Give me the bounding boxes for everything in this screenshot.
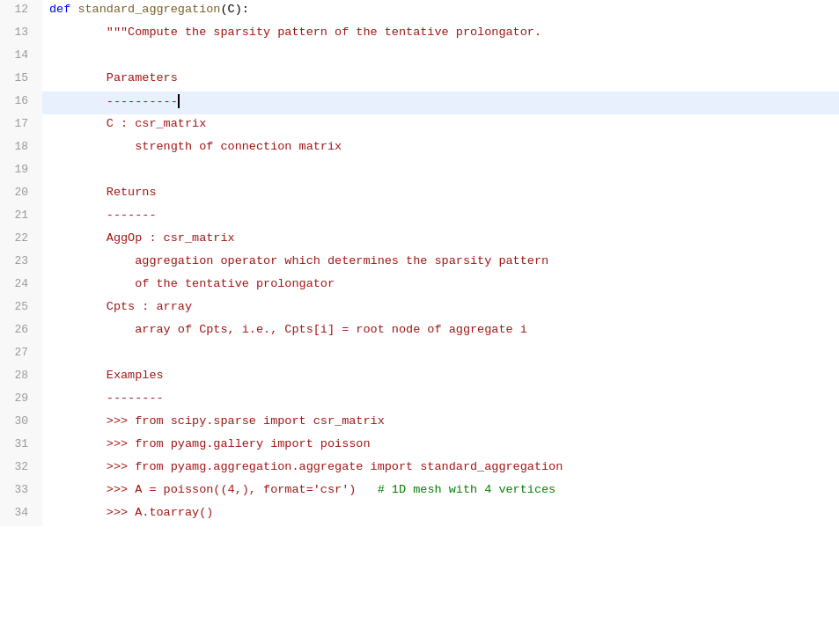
code-line: 27 xyxy=(0,343,839,366)
token-kw-string: array of Cpts, i.e., Cpts[i] = root node… xyxy=(49,323,527,336)
token-kw-string: -------- xyxy=(49,392,164,405)
code-line: 21 ------- xyxy=(0,206,839,229)
code-line: 28 Examples xyxy=(0,366,839,389)
code-line: 20 Returns xyxy=(0,183,839,206)
code-line: 26 array of Cpts, i.e., Cpts[i] = root n… xyxy=(0,320,839,343)
line-content: """Compute the sparsity pattern of the t… xyxy=(42,23,839,46)
code-line: 23 aggregation operator which determines… xyxy=(0,252,839,274)
code-line: 12def standard_aggregation(C): xyxy=(0,0,839,23)
token-kw-operator: (C): xyxy=(220,3,248,16)
code-line: 13 """Compute the sparsity pattern of th… xyxy=(0,23,839,46)
code-line: 24 of the tentative prolongator xyxy=(0,274,839,297)
line-number: 12 xyxy=(0,0,42,23)
line-number: 19 xyxy=(0,160,42,183)
token-kw-string: strength of connection matrix xyxy=(49,140,342,153)
token-kw-string: C : csr_matrix xyxy=(49,117,206,130)
line-content xyxy=(42,160,839,183)
line-number: 20 xyxy=(0,183,42,206)
token-kw-string: aggregation operator which determines th… xyxy=(49,254,548,267)
line-content: Returns xyxy=(42,183,839,206)
code-line: 16 ---------- xyxy=(0,91,839,114)
line-content: of the tentative prolongator xyxy=(42,274,839,297)
code-editor[interactable]: 12def standard_aggregation(C):13 """Comp… xyxy=(0,0,839,644)
token-kw-string: Cpts : array xyxy=(49,300,192,313)
token-kw-string: >>> A.toarray() xyxy=(49,506,213,519)
line-number: 32 xyxy=(0,457,42,480)
line-number: 33 xyxy=(0,480,42,503)
line-content: ------- xyxy=(42,206,839,229)
code-line: 22 AggOp : csr_matrix xyxy=(0,229,839,252)
line-number: 28 xyxy=(0,366,42,389)
token-kw-string: Examples xyxy=(49,369,164,382)
line-number: 14 xyxy=(0,46,42,69)
line-number: 22 xyxy=(0,229,42,252)
code-line: 14 xyxy=(0,46,839,69)
token-kw-string: ---------- xyxy=(49,95,178,108)
line-number: 24 xyxy=(0,274,42,297)
token-kw-string: >>> from pyamg.gallery import poisson xyxy=(49,437,371,450)
line-number: 21 xyxy=(0,206,42,229)
line-content: Examples xyxy=(42,366,839,389)
code-line: 18 strength of connection matrix xyxy=(0,137,839,160)
line-content: >>> A.toarray() xyxy=(42,503,839,526)
line-content: -------- xyxy=(42,389,839,412)
line-number: 18 xyxy=(0,137,42,160)
line-content: >>> from scipy.sparse import csr_matrix xyxy=(42,412,839,435)
token-kw-string: >>> from pyamg.aggregation.aggregate imp… xyxy=(49,460,563,473)
code-line: 32 >>> from pyamg.aggregation.aggregate … xyxy=(0,457,839,480)
code-line: 25 Cpts : array xyxy=(0,297,839,320)
line-content: Parameters xyxy=(42,69,839,91)
line-number: 29 xyxy=(0,389,42,412)
token-kw-string: ------- xyxy=(49,209,157,222)
line-content: Cpts : array xyxy=(42,297,839,320)
token-kw-string: """Compute the sparsity pattern of the t… xyxy=(49,26,541,39)
line-number: 25 xyxy=(0,297,42,320)
code-line: 31 >>> from pyamg.gallery import poisson xyxy=(0,435,839,457)
line-content xyxy=(42,46,839,69)
code-line: 17 C : csr_matrix xyxy=(0,114,839,137)
line-number: 26 xyxy=(0,320,42,343)
line-content: >>> from pyamg.gallery import poisson xyxy=(42,435,839,457)
token-kw-string: Returns xyxy=(49,186,157,199)
line-content: >>> A = poisson((4,), format='csr') # 1D… xyxy=(42,480,839,503)
line-content: aggregation operator which determines th… xyxy=(42,252,839,274)
line-content: >>> from pyamg.aggregation.aggregate imp… xyxy=(42,457,839,480)
code-line: 34 >>> A.toarray() xyxy=(0,503,839,526)
line-number: 17 xyxy=(0,114,42,137)
line-content xyxy=(42,343,839,366)
text-cursor xyxy=(178,94,180,108)
token-kw-string: of the tentative prolongator xyxy=(49,277,335,290)
line-number: 15 xyxy=(0,69,42,91)
line-content: strength of connection matrix xyxy=(42,137,839,160)
line-number: 31 xyxy=(0,435,42,457)
token-kw-string: AggOp : csr_matrix xyxy=(49,231,235,245)
line-content: ---------- xyxy=(42,91,839,114)
code-line: 29 -------- xyxy=(0,389,839,412)
line-number: 13 xyxy=(0,23,42,46)
line-number: 23 xyxy=(0,252,42,274)
token-kw-comment: # 1D mesh with 4 vertices xyxy=(378,483,556,496)
code-line: 33 >>> A = poisson((4,), format='csr') #… xyxy=(0,480,839,503)
line-content: def standard_aggregation(C): xyxy=(42,0,839,23)
line-content: C : csr_matrix xyxy=(42,114,839,137)
token-kw-string: >>> from scipy.sparse import csr_matrix xyxy=(49,414,385,428)
token-kw-string: >>> A = poisson((4,), format='csr') xyxy=(49,483,378,496)
code-line: 15 Parameters xyxy=(0,69,839,91)
token-kw-string: Parameters xyxy=(49,71,178,84)
line-number: 34 xyxy=(0,503,42,526)
code-line: 30 >>> from scipy.sparse import csr_matr… xyxy=(0,412,839,435)
code-line: 19 xyxy=(0,160,839,183)
line-content: array of Cpts, i.e., Cpts[i] = root node… xyxy=(42,320,839,343)
line-content: AggOp : csr_matrix xyxy=(42,229,839,252)
line-number: 30 xyxy=(0,412,42,435)
line-number: 27 xyxy=(0,343,42,366)
line-number: 16 xyxy=(0,91,42,114)
token-kw-def: def xyxy=(49,3,77,16)
token-kw-func: standard_aggregation xyxy=(77,3,220,16)
